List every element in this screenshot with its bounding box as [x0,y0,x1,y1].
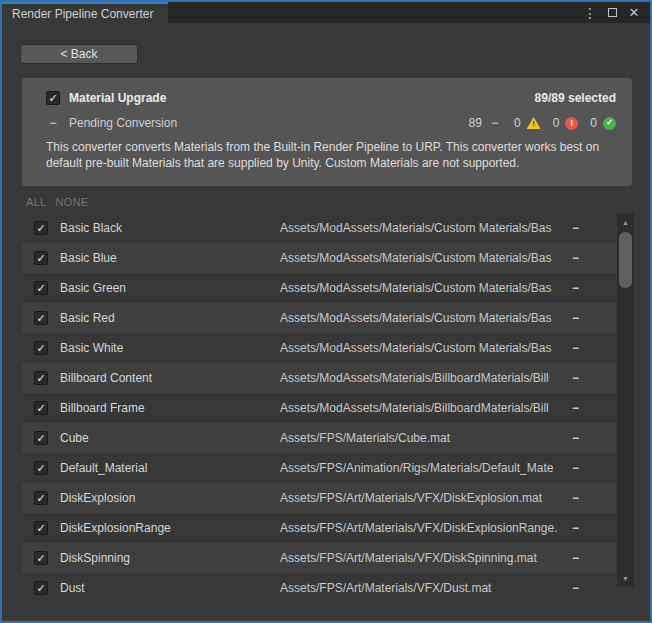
window-menu-icon[interactable]: ⋮ [582,5,598,21]
row-checkbox[interactable]: ✓ [34,311,48,325]
scroll-down-icon[interactable]: ▼ [617,571,634,585]
row-checkbox[interactable]: ✓ [34,281,48,295]
material-name: Billboard Content [60,371,280,385]
table-row[interactable]: ✓ Basic Red Assets/ModAssets/Materials/C… [22,303,616,333]
status-counts: 89 − 0 ! 0 ! 0 ✓ [469,116,616,130]
check-icon: ✓ [36,523,45,534]
table-row[interactable]: ✓ Basic White Assets/ModAssets/Materials… [22,333,616,363]
row-checkbox[interactable]: ✓ [34,521,48,535]
row-checkbox[interactable]: ✓ [34,221,48,235]
scroll-up-icon[interactable]: ▲ [617,215,634,229]
selected-count: 89/89 selected [535,91,616,105]
check-icon: ✓ [48,93,57,104]
row-checkbox[interactable]: ✓ [34,551,48,565]
material-path: Assets/FPS/Animation/Rigs/Materials/Defa… [280,461,572,475]
row-pending-dash-icon: − [572,551,616,565]
table-row[interactable]: ✓ Basic Green Assets/ModAssets/Materials… [22,273,616,303]
error-icon: ! [565,117,578,130]
material-name: Basic White [60,341,280,355]
converter-checkbox[interactable]: ✓ [46,91,60,105]
check-icon: ✓ [36,313,45,324]
material-name: Dust [60,581,280,595]
success-icon: ✓ [603,117,616,130]
row-pending-dash-icon: − [572,281,616,295]
success-count: 0 [590,116,597,130]
warning-count: 0 [514,116,521,130]
table-row[interactable]: ✓ Cube Assets/FPS/Materials/Cube.mat − [22,423,616,453]
material-path: Assets/ModAssets/Materials/BillboardMate… [280,401,572,415]
row-pending-dash-icon: − [572,221,616,235]
row-pending-dash-icon: − [572,581,616,595]
material-path: Assets/ModAssets/Materials/BillboardMate… [280,371,572,385]
row-pending-dash-icon: − [572,251,616,265]
pending-dash-icon: − [46,116,60,130]
warning-icon: ! [527,117,541,129]
material-upgrade-panel: ✓ Material Upgrade 89/89 selected − Pend… [22,78,632,186]
table-row[interactable]: ✓ DiskExplosion Assets/FPS/Art/Materials… [22,483,616,513]
row-checkbox[interactable]: ✓ [34,461,48,475]
material-path: Assets/FPS/Art/Materials/VFX/DiskExplosi… [280,521,572,535]
row-pending-dash-icon: − [572,521,616,535]
select-none-button[interactable]: NONE [55,196,88,208]
table-row[interactable]: ✓ Billboard Frame Assets/ModAssets/Mater… [22,393,616,423]
row-checkbox[interactable]: ✓ [34,371,48,385]
table-row[interactable]: ✓ Default_Material Assets/FPS/Animation/… [22,453,616,483]
row-pending-dash-icon: − [572,341,616,355]
check-icon: ✓ [36,223,45,234]
table-row[interactable]: ✓ Billboard Content Assets/ModAssets/Mat… [22,363,616,393]
row-checkbox[interactable]: ✓ [34,251,48,265]
check-icon: ✓ [36,493,45,504]
material-name: Basic Blue [60,251,280,265]
materials-list: ✓ Basic Black Assets/ModAssets/Materials… [22,213,616,603]
table-row[interactable]: ✓ Basic Black Assets/ModAssets/Materials… [22,213,616,243]
table-row[interactable]: ✓ DiskExplosionRange Assets/FPS/Art/Mate… [22,513,616,543]
back-button-label: < Back [60,47,97,61]
table-row[interactable]: ✓ Basic Blue Assets/ModAssets/Materials/… [22,243,616,273]
row-checkbox[interactable]: ✓ [34,491,48,505]
select-all-button[interactable]: ALL [26,196,46,208]
check-icon: ✓ [36,553,45,564]
material-name: Default_Material [60,461,280,475]
material-name: Basic Green [60,281,280,295]
table-row[interactable]: ✓ DiskSpinning Assets/FPS/Art/Materials/… [22,543,616,573]
material-name: Basic Red [60,311,280,325]
check-icon: ✓ [36,343,45,354]
close-icon[interactable]: ✕ [626,5,642,21]
material-path: Assets/ModAssets/Materials/Custom Materi… [280,251,572,265]
table-row[interactable]: ✓ Dust Assets/FPS/Art/Materials/VFX/Dust… [22,573,616,603]
row-checkbox[interactable]: ✓ [34,431,48,445]
pending-count: 89 [469,116,482,130]
check-icon: ✓ [36,403,45,414]
tab-render-pipeline-converter[interactable]: Render Pipeline Converter [2,2,168,23]
material-path: Assets/ModAssets/Materials/Custom Materi… [280,281,572,295]
row-pending-dash-icon: − [572,461,616,475]
window-title: Render Pipeline Converter [12,7,153,21]
check-icon: ✓ [36,433,45,444]
pending-conversion-label: Pending Conversion [69,116,177,130]
scrollbar-thumb[interactable] [619,232,632,288]
material-name: Basic Black [60,221,280,235]
material-name: DiskExplosion [60,491,280,505]
row-pending-dash-icon: − [572,371,616,385]
pending-conversion-row: − Pending Conversion 89 − 0 ! 0 ! 0 ✓ [22,105,632,130]
vertical-scrollbar[interactable]: ▲ ▼ [617,213,634,587]
material-path: Assets/ModAssets/Materials/Custom Materi… [280,311,572,325]
title-bar: Render Pipeline Converter ⋮ ✕ [2,2,650,23]
row-pending-dash-icon: − [572,401,616,415]
check-icon: ✓ [36,373,45,384]
maximize-icon[interactable] [604,5,620,21]
converter-title: Material Upgrade [69,91,166,105]
back-button[interactable]: < Back [20,44,138,64]
check-icon: ✓ [36,583,45,594]
render-pipeline-converter-window: Render Pipeline Converter ⋮ ✕ < Back ✓ M… [0,0,652,623]
row-checkbox[interactable]: ✓ [34,401,48,415]
material-path: Assets/ModAssets/Materials/Custom Materi… [280,341,572,355]
check-icon: ✓ [36,463,45,474]
material-path: Assets/FPS/Art/Materials/VFX/DiskSpinnin… [280,551,572,565]
check-icon: ✓ [36,283,45,294]
row-checkbox[interactable]: ✓ [34,581,48,595]
pending-status-dash-icon: − [488,116,502,130]
material-name: Billboard Frame [60,401,280,415]
row-checkbox[interactable]: ✓ [34,341,48,355]
material-name: DiskSpinning [60,551,280,565]
